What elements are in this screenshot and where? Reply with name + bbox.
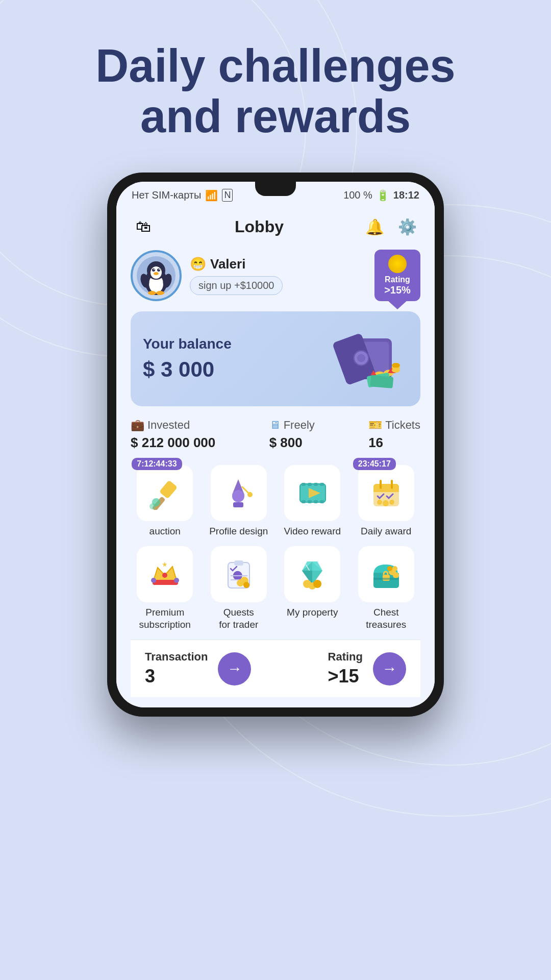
svg-point-56 (389, 500, 394, 505)
quests-label: Questsfor trader (219, 606, 258, 631)
challenge-row-1: 7:12:44:33 auction (131, 465, 420, 538)
svg-point-87 (392, 566, 397, 571)
stats-row: 💼 Invested $ 212 000 000 🖥 Freely $ 800 (131, 419, 420, 451)
svg-marker-63 (162, 562, 167, 567)
transaction-arrow-button[interactable]: → (218, 652, 251, 685)
svg-point-8 (159, 269, 160, 270)
svg-rect-43 (314, 483, 318, 486)
svg-point-5 (152, 268, 155, 272)
tickets-value: 16 (368, 435, 420, 451)
settings-button[interactable]: ⚙️ (395, 214, 420, 239)
invested-label: Invested (147, 419, 190, 432)
invested-icon: 💼 (131, 419, 144, 432)
challenge-premium[interactable]: Premiumsubscription (131, 546, 199, 631)
auction-icon (148, 477, 182, 510)
svg-point-55 (383, 500, 389, 506)
page-title: Daily challenges and rewards (65, 41, 486, 142)
svg-point-80 (313, 580, 321, 588)
challenge-video-reward[interactable]: Video reward (278, 465, 347, 538)
profile-design-label: Profile design (209, 525, 268, 538)
svg-rect-24 (370, 375, 394, 388)
quests-icon (222, 557, 255, 591)
rating-section: Rating >15 (328, 650, 363, 687)
svg-rect-41 (302, 483, 306, 486)
rating-gold-dot (388, 255, 407, 273)
svg-point-33 (149, 503, 156, 509)
notification-icon: 🔔 (365, 218, 384, 236)
svg-point-60 (151, 578, 156, 583)
lobby-title: Lobby (235, 217, 284, 236)
svg-rect-30 (159, 480, 178, 499)
svg-point-57 (377, 500, 382, 505)
shop-icon: 🛍 (136, 218, 151, 235)
app-screen: 🛍 Lobby 🔔 ⚙️ (116, 206, 435, 707)
transaction-value: 3 (145, 666, 208, 687)
signup-badge[interactable]: sign up +$10000 (190, 276, 283, 295)
penguin-avatar (136, 255, 177, 296)
invested-value: $ 212 000 000 (131, 435, 215, 451)
challenge-daily-award[interactable]: 23:45:17 (352, 465, 421, 538)
tickets-icon: 🎫 (368, 419, 382, 432)
balance-amount: $ 3 000 (143, 357, 232, 382)
svg-point-61 (162, 573, 167, 578)
rating-arrow-button[interactable]: → (373, 652, 406, 685)
challenge-my-property[interactable]: My property (278, 546, 347, 631)
freely-value: $ 800 (269, 435, 315, 451)
svg-rect-88 (373, 578, 399, 580)
settings-icon: ⚙️ (398, 218, 417, 236)
svg-point-71 (243, 582, 249, 588)
svg-point-38 (247, 492, 253, 497)
svg-rect-44 (320, 483, 324, 486)
emoji-icon: 😁 (190, 256, 206, 272)
balance-label: Your balance (143, 336, 232, 352)
video-reward-icon (296, 477, 329, 510)
avatar (131, 250, 182, 301)
shop-button[interactable]: 🛍 (131, 214, 156, 239)
svg-point-9 (154, 272, 159, 275)
video-reward-label: Video reward (284, 525, 341, 538)
challenge-auction[interactable]: 7:12:44:33 auction (131, 465, 199, 538)
svg-rect-48 (320, 500, 324, 503)
auction-timer: 7:12:44:33 (132, 458, 182, 470)
safe-illustration (327, 326, 408, 392)
wifi-icon: 📶 (205, 189, 218, 202)
bottom-bar: Transaction 3 → Rating >15 → (131, 640, 420, 697)
user-name: Valeri (210, 256, 245, 272)
phone-notch (255, 182, 296, 196)
challenge-chest-treasures[interactable]: Chesttreasures (352, 546, 421, 631)
svg-point-7 (154, 269, 155, 270)
auction-label: auction (149, 525, 181, 538)
svg-rect-47 (314, 500, 318, 503)
svg-point-86 (387, 566, 392, 571)
my-property-label: My property (287, 606, 338, 619)
profile-info: 😁 Valeri sign up +$10000 (190, 256, 283, 295)
rating-badge: Rating >15% (374, 250, 420, 301)
svg-point-70 (237, 579, 244, 586)
challenge-quests[interactable]: Questsfor trader (205, 546, 273, 631)
svg-point-29 (392, 363, 400, 368)
transaction-label: Transaction (145, 650, 208, 664)
freely-icon: 🖥 (269, 419, 281, 432)
sim-status: Нет SIM-карты (132, 189, 201, 201)
phone-device: Нет SIM-карты 📶 N 100 % 🔋 18:12 (107, 173, 444, 717)
premium-label: Premiumsubscription (139, 606, 191, 631)
tickets-label: Tickets (385, 419, 420, 432)
svg-rect-52 (373, 489, 399, 492)
balance-card: Your balance $ 3 000 (131, 311, 420, 406)
stat-invested: 💼 Invested $ 212 000 000 (131, 419, 215, 451)
svg-rect-46 (308, 500, 312, 503)
app-header: 🛍 Lobby 🔔 ⚙️ (131, 206, 420, 250)
svg-point-18 (357, 354, 365, 362)
daily-award-label: Daily award (361, 525, 411, 538)
svg-rect-45 (302, 500, 306, 503)
daily-timer: 23:45:17 (353, 458, 396, 470)
svg-rect-36 (233, 502, 243, 507)
profile-section: 😁 Valeri sign up +$10000 Rating >15% (131, 250, 420, 301)
svg-point-35 (232, 490, 244, 502)
svg-point-6 (157, 268, 160, 272)
svg-point-85 (393, 572, 399, 578)
challenge-profile-design[interactable]: Profile design (205, 465, 273, 538)
notification-button[interactable]: 🔔 (362, 214, 388, 239)
stat-freely: 🖥 Freely $ 800 (269, 419, 315, 451)
battery-status: 100 % (343, 189, 372, 201)
